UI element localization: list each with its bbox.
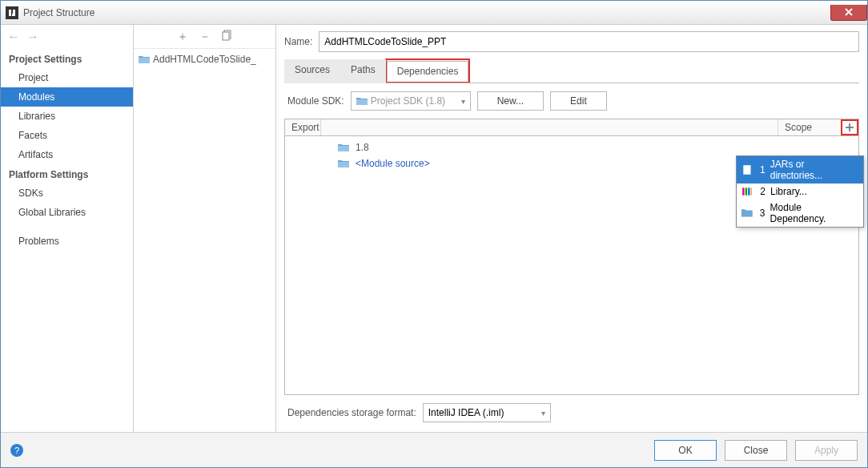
sdk-value: Project SDK (1.8) <box>371 95 458 107</box>
name-row: Name: <box>284 31 859 52</box>
sdk-select[interactable]: Project SDK (1.8) ▾ <box>351 91 471 111</box>
popup-item-jars[interactable]: 1 JARs or directories... <box>737 156 863 184</box>
sidebar-section-project: Project Settings <box>1 49 133 68</box>
svg-rect-2 <box>12 14 15 16</box>
tree-body: AddHTMLCodeToSlide_ <box>134 49 275 432</box>
folder-icon <box>338 159 349 168</box>
chevron-down-icon: ▾ <box>461 97 465 106</box>
storage-label: Dependencies storage format: <box>287 407 416 418</box>
svg-rect-14 <box>745 188 747 195</box>
dep-text: <Module source> <box>356 158 430 169</box>
apply-button: Apply <box>795 440 858 461</box>
app-icon <box>6 6 18 19</box>
close-button[interactable] <box>830 5 867 21</box>
sidebar-item-facets[interactable]: Facets <box>1 126 133 145</box>
dep-row-sdk[interactable]: 1.8 <box>290 139 854 155</box>
svg-rect-15 <box>748 188 749 195</box>
edit-button[interactable]: Edit <box>550 91 607 111</box>
svg-rect-6 <box>356 99 368 105</box>
name-input[interactable] <box>319 31 859 52</box>
add-dependency-popup: 1 JARs or directories... 2 Library... 3 … <box>736 155 864 228</box>
add-icon[interactable]: ＋ <box>177 30 188 44</box>
deps-table-header: Export Scope <box>284 119 859 136</box>
popup-item-module-dep[interactable]: 3 Module Dependency. <box>737 200 863 227</box>
library-icon <box>741 186 753 197</box>
tabs: Sources Paths Dependencies <box>284 58 859 83</box>
sidebar-item-libraries[interactable]: Libraries <box>1 107 133 126</box>
chevron-down-icon: ▾ <box>541 409 545 418</box>
tab-sources[interactable]: Sources <box>284 59 340 83</box>
copy-icon[interactable] <box>222 30 233 43</box>
sdk-label: Module SDK: <box>287 95 344 107</box>
svg-rect-5 <box>139 58 150 63</box>
popup-num: 3 <box>757 208 766 219</box>
tab-dependencies[interactable]: Dependencies <box>387 61 469 82</box>
sidebar-nav: ← → <box>1 25 133 49</box>
col-export: Export <box>285 119 321 135</box>
storage-value: IntelliJ IDEA (.iml) <box>428 407 504 418</box>
module-icon <box>741 208 753 219</box>
content: ← → Project Settings Project Modules Lib… <box>1 25 867 432</box>
sidebar-item-global-libraries[interactable]: Global Libraries <box>1 203 133 222</box>
nav-forward-icon[interactable]: → <box>26 30 39 44</box>
svg-rect-12 <box>744 171 749 171</box>
storage-row: Dependencies storage format: IntelliJ ID… <box>284 395 859 432</box>
folder-icon <box>139 54 150 64</box>
window-title: Project Structure <box>23 7 830 18</box>
popup-label: Module Dependency. <box>770 202 858 224</box>
popup-label: Library... <box>770 186 807 197</box>
svg-rect-13 <box>742 188 744 195</box>
help-button[interactable]: ? <box>10 444 23 457</box>
svg-rect-7 <box>338 146 349 151</box>
svg-rect-4 <box>223 32 229 40</box>
main-panel: Name: Sources Paths Dependencies Module … <box>276 25 867 432</box>
add-dependency-button[interactable] <box>841 119 858 135</box>
cancel-button[interactable]: Close <box>725 440 787 461</box>
col-blank <box>321 119 778 135</box>
sidebar: ← → Project Settings Project Modules Lib… <box>1 25 134 432</box>
popup-num: 1 <box>757 164 766 176</box>
footer: ? OK Close Apply <box>1 432 867 467</box>
nav-back-icon[interactable]: ← <box>7 30 20 44</box>
svg-rect-11 <box>744 169 749 170</box>
col-scope: Scope <box>778 119 841 135</box>
sdk-row: Module SDK: Project SDK (1.8) ▾ New... E… <box>284 83 859 119</box>
svg-rect-0 <box>9 10 11 16</box>
storage-select[interactable]: IntelliJ IDEA (.iml) ▾ <box>423 403 551 422</box>
remove-icon[interactable]: － <box>199 30 211 44</box>
svg-rect-10 <box>744 167 749 168</box>
svg-rect-16 <box>751 188 752 195</box>
popup-label: JARs or directories... <box>770 159 858 181</box>
module-name: AddHTMLCodeToSlide_ <box>153 54 256 65</box>
popup-item-library[interactable]: 2 Library... <box>737 184 863 200</box>
module-row[interactable]: AddHTMLCodeToSlide_ <box>139 52 271 67</box>
sdk-folder-icon <box>356 96 368 106</box>
sidebar-item-sdks[interactable]: SDKs <box>1 184 133 203</box>
titlebar: Project Structure <box>1 1 867 25</box>
svg-rect-8 <box>338 162 349 167</box>
sidebar-item-modules[interactable]: Modules <box>1 87 133 107</box>
popup-num: 2 <box>757 186 766 197</box>
tree-toolbar: ＋ － <box>134 25 275 49</box>
module-tree-panel: ＋ － AddHTMLCodeToSlide_ <box>134 25 276 432</box>
sidebar-section-platform: Platform Settings <box>1 164 133 184</box>
sidebar-item-project[interactable]: Project <box>1 68 133 87</box>
jar-icon <box>741 164 753 176</box>
sidebar-item-problems[interactable]: Problems <box>1 232 133 251</box>
ok-button[interactable]: OK <box>654 440 717 461</box>
new-button[interactable]: New... <box>477 91 544 111</box>
folder-icon <box>338 143 349 152</box>
sidebar-item-artifacts[interactable]: Artifacts <box>1 145 133 164</box>
name-label: Name: <box>284 36 312 47</box>
dep-text: 1.8 <box>356 142 369 153</box>
tab-dependencies-highlight: Dependencies <box>385 58 471 83</box>
tab-paths[interactable]: Paths <box>340 59 386 83</box>
